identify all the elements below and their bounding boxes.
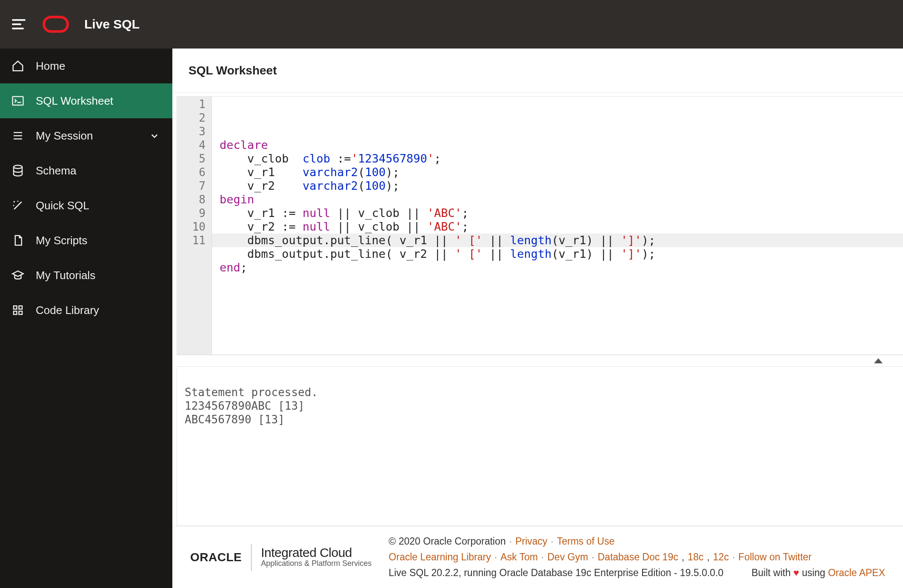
home-icon: [11, 59, 25, 73]
code-area[interactable]: declare v_clob clob :='1234567890'; v_r1…: [212, 97, 903, 354]
wand-icon: [11, 199, 25, 212]
version-text: Live SQL 20.2.2, running Oracle Database…: [389, 567, 723, 579]
code-line[interactable]: v_r1 varchar2(100);: [220, 166, 895, 179]
sidebar-item-label: SQL Worksheet: [36, 94, 113, 108]
oll-link[interactable]: Oracle Learning Library: [389, 551, 491, 563]
sidebar-item-quick-sql[interactable]: Quick SQL: [0, 188, 172, 223]
sidebar-item-label: Home: [36, 60, 65, 73]
sidebar-item-my-tutorials[interactable]: My Tutorials: [0, 258, 172, 293]
line-number-gutter: 1234567891011: [177, 97, 212, 354]
built-with-prefix: Built with: [752, 567, 791, 578]
line-number: 11: [177, 234, 211, 247]
top-bar: Live SQL: [0, 0, 903, 49]
built-with-mid: using: [802, 567, 825, 578]
main-panel: SQL Worksheet 1234567891011 declare v_cl…: [172, 49, 903, 588]
code-line[interactable]: v_r1 := null || v_clob || 'ABC';: [220, 206, 895, 220]
line-number: 4: [177, 138, 211, 152]
code-line[interactable]: dbms_output.put_line( v_r1 || ' [' || le…: [220, 234, 895, 247]
line-number: 8: [177, 193, 211, 206]
doc18-link[interactable]: 18c: [688, 551, 703, 563]
twitter-link[interactable]: Follow on Twitter: [738, 551, 812, 563]
page-title: SQL Worksheet: [189, 64, 277, 77]
integrated-cloud-subtitle: Applications & Platform Services: [261, 559, 371, 568]
line-number: 1: [177, 97, 211, 111]
code-editor[interactable]: 1234567891011 declare v_clob clob :='123…: [177, 96, 903, 355]
code-line[interactable]: end;: [220, 261, 895, 274]
library-icon: [11, 303, 25, 317]
splitter-handle[interactable]: [177, 355, 903, 367]
line-number: 6: [177, 166, 211, 179]
sidebar-item-my-session[interactable]: My Session: [0, 118, 172, 153]
svg-rect-4: [14, 311, 17, 315]
line-number: 5: [177, 152, 211, 166]
sidebar: Home SQL Worksheet My Session Schema: [0, 49, 172, 588]
code-line[interactable]: begin: [220, 193, 895, 206]
svg-rect-2: [14, 306, 17, 309]
graduation-cap-icon: [11, 268, 25, 282]
output-panel[interactable]: Statement processed. 1234567890ABC [13] …: [177, 367, 903, 526]
svg-rect-3: [19, 306, 23, 309]
database-icon: [11, 164, 25, 177]
code-line[interactable]: [220, 274, 895, 288]
svg-rect-5: [19, 311, 23, 315]
sidebar-item-code-library[interactable]: Code Library: [0, 293, 172, 328]
doc12-link[interactable]: 12c: [713, 551, 729, 563]
sidebar-item-label: My Session: [36, 129, 93, 143]
svg-point-1: [14, 166, 22, 169]
line-number: 10: [177, 220, 211, 234]
svg-rect-0: [13, 97, 23, 105]
copyright-text: © 2020 Oracle Corporation: [389, 536, 506, 547]
integrated-cloud-title: Integrated Cloud: [261, 546, 371, 559]
heart-icon: ♥: [793, 567, 799, 578]
sidebar-item-my-scripts[interactable]: My Scripts: [0, 223, 172, 258]
sidebar-item-label: My Scripts: [36, 234, 87, 247]
oracle-logo-icon: [43, 16, 69, 33]
privacy-link[interactable]: Privacy: [515, 536, 547, 547]
terminal-icon: [11, 94, 25, 108]
code-line[interactable]: v_r2 := null || v_clob || 'ABC';: [220, 220, 895, 234]
code-line[interactable]: v_r2 varchar2(100);: [220, 179, 895, 193]
line-number: 9: [177, 206, 211, 220]
code-line[interactable]: declare: [220, 138, 895, 152]
line-number: 3: [177, 125, 211, 138]
code-line[interactable]: v_clob clob :='1234567890';: [220, 152, 895, 166]
list-icon: [11, 129, 25, 143]
app-title: Live SQL: [84, 17, 140, 31]
sidebar-item-label: Schema: [36, 164, 76, 177]
footer: ORACLE Integrated Cloud Applications & P…: [172, 526, 903, 588]
sidebar-item-label: My Tutorials: [36, 269, 95, 282]
collapse-up-icon: [874, 358, 883, 363]
sidebar-item-label: Code Library: [36, 304, 99, 317]
page-header: SQL Worksheet: [172, 49, 903, 93]
devgym-link[interactable]: Dev Gym: [547, 551, 588, 563]
doc19-link[interactable]: Database Doc 19c: [597, 551, 678, 563]
code-line[interactable]: dbms_output.put_line( v_r2 || ' [' || le…: [220, 247, 895, 261]
chevron-down-icon: [148, 129, 161, 143]
menu-toggle-icon[interactable]: [12, 17, 27, 32]
sidebar-item-sql-worksheet[interactable]: SQL Worksheet: [0, 83, 172, 118]
apex-link[interactable]: Oracle APEX: [828, 567, 885, 578]
sidebar-item-label: Quick SQL: [36, 199, 89, 212]
asktom-link[interactable]: Ask Tom: [500, 551, 538, 563]
oracle-wordmark: ORACLE: [190, 551, 242, 564]
sidebar-item-schema[interactable]: Schema: [0, 153, 172, 188]
line-number: 2: [177, 111, 211, 125]
line-number: 7: [177, 179, 211, 193]
terms-link[interactable]: Terms of Use: [557, 536, 614, 547]
document-icon: [11, 234, 25, 247]
sidebar-item-home[interactable]: Home: [0, 49, 172, 83]
